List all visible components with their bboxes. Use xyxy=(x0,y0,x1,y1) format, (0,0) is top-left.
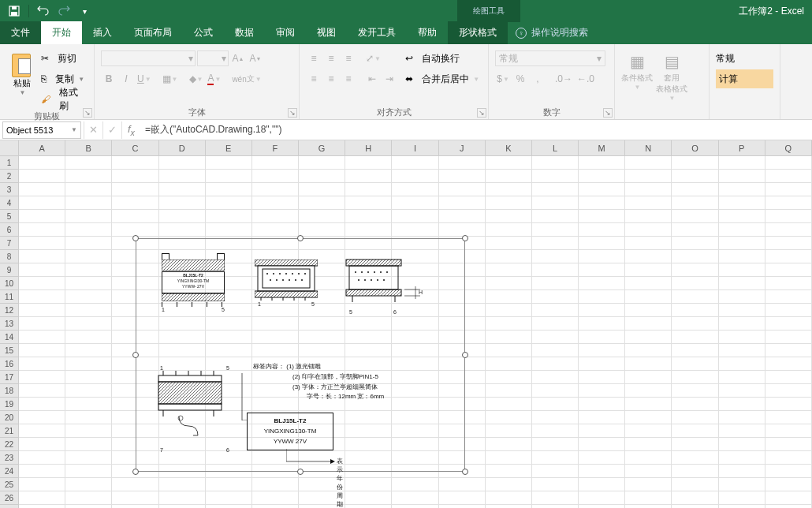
row-header[interactable]: 22 xyxy=(0,438,18,451)
cell[interactable] xyxy=(112,156,158,170)
cell[interactable] xyxy=(532,398,579,411)
cell[interactable] xyxy=(765,424,812,438)
cell[interactable] xyxy=(65,290,112,304)
cell[interactable] xyxy=(579,183,625,196)
cell[interactable] xyxy=(65,250,112,263)
cell[interactable] xyxy=(65,491,112,505)
cell[interactable] xyxy=(486,411,532,424)
tab-help[interactable]: 帮助 xyxy=(407,21,448,44)
cell[interactable] xyxy=(19,491,65,505)
cell[interactable] xyxy=(345,170,392,183)
tab-dev[interactable]: 发开工具 xyxy=(347,21,407,44)
cell[interactable] xyxy=(765,290,812,304)
cell[interactable] xyxy=(719,398,765,411)
cell[interactable] xyxy=(719,357,765,371)
underline-button[interactable]: U▼ xyxy=(136,71,153,87)
cell[interactable] xyxy=(486,398,532,411)
cell[interactable] xyxy=(719,424,765,438)
cell[interactable] xyxy=(65,465,112,478)
qat-customize-icon[interactable]: ▾ xyxy=(76,3,92,19)
cell[interactable] xyxy=(486,277,532,290)
cell[interactable] xyxy=(19,263,65,277)
cell[interactable] xyxy=(765,210,812,223)
row-header[interactable]: 16 xyxy=(0,357,18,371)
embedded-autocad-object[interactable]: BLJ15L-T2 YINGXINGI30-TM YYWW- 27V 15 xyxy=(136,238,465,472)
cell[interactable] xyxy=(719,465,765,478)
cell[interactable] xyxy=(19,398,65,411)
cell[interactable] xyxy=(206,505,252,508)
cell[interactable] xyxy=(532,505,579,508)
cell[interactable] xyxy=(625,465,672,478)
cell[interactable] xyxy=(579,223,625,237)
cell[interactable] xyxy=(206,223,252,237)
cell[interactable] xyxy=(579,331,625,344)
row-header[interactable]: 5 xyxy=(0,210,18,223)
cell[interactable] xyxy=(765,357,812,371)
cell[interactable] xyxy=(579,424,625,438)
cell[interactable] xyxy=(159,478,206,491)
cell[interactable] xyxy=(625,384,672,398)
cell[interactable] xyxy=(19,237,65,250)
cell[interactable] xyxy=(65,424,112,438)
cell[interactable] xyxy=(672,170,718,183)
name-box[interactable]: Object 5513 ▼ xyxy=(2,121,81,139)
cell[interactable] xyxy=(672,156,718,170)
cell[interactable] xyxy=(159,156,206,170)
row-header[interactable]: 24 xyxy=(0,465,18,478)
cell[interactable] xyxy=(625,451,672,465)
row-header[interactable]: 25 xyxy=(0,478,18,491)
row-header[interactable]: 21 xyxy=(0,424,18,438)
cell[interactable] xyxy=(672,451,718,465)
cell[interactable] xyxy=(672,210,718,223)
cell[interactable] xyxy=(439,196,486,210)
cell[interactable] xyxy=(532,304,579,317)
cell[interactable] xyxy=(672,250,718,263)
cell[interactable] xyxy=(65,317,112,331)
cell[interactable] xyxy=(65,451,112,465)
cell[interactable] xyxy=(625,156,672,170)
cell[interactable] xyxy=(112,196,158,210)
row-header[interactable]: 23 xyxy=(0,451,18,465)
cell[interactable] xyxy=(765,411,812,424)
cell[interactable] xyxy=(439,210,486,223)
cell[interactable] xyxy=(345,210,392,223)
tab-file[interactable]: 文件 xyxy=(0,21,41,44)
cell[interactable] xyxy=(719,331,765,344)
cell[interactable] xyxy=(625,424,672,438)
cell[interactable] xyxy=(765,156,812,170)
cell[interactable] xyxy=(65,237,112,250)
cell[interactable] xyxy=(19,411,65,424)
cell[interactable] xyxy=(719,344,765,357)
cell[interactable] xyxy=(579,344,625,357)
worksheet-grid[interactable]: ABCDEFGHIJKLMNOPQ 1234567891011121314151… xyxy=(0,140,812,508)
increase-font-icon[interactable]: A▲ xyxy=(230,50,246,66)
tab-formulas[interactable]: 公式 xyxy=(183,21,224,44)
cell[interactable] xyxy=(532,384,579,398)
cell[interactable] xyxy=(765,223,812,237)
cell[interactable] xyxy=(765,398,812,411)
column-header[interactable]: L xyxy=(532,140,579,155)
cell[interactable] xyxy=(159,491,206,505)
cell[interactable] xyxy=(65,223,112,237)
cell[interactable] xyxy=(579,304,625,317)
clipboard-dialog-launcher[interactable]: ↘ xyxy=(83,108,92,118)
cell[interactable] xyxy=(719,170,765,183)
font-dialog-launcher[interactable]: ↘ xyxy=(288,108,297,118)
number-format-combo[interactable]: 常规▾ xyxy=(495,50,605,66)
cell[interactable] xyxy=(672,357,718,371)
cell[interactable] xyxy=(532,478,579,491)
wrap-text-button[interactable]: ↩ 自动换行 xyxy=(405,49,479,68)
cell[interactable] xyxy=(65,196,112,210)
column-header[interactable]: C xyxy=(112,140,158,155)
cell[interactable] xyxy=(65,438,112,451)
cell[interactable] xyxy=(672,491,718,505)
tab-view[interactable]: 视图 xyxy=(306,21,347,44)
orientation-button[interactable]: ⤢▼ xyxy=(364,50,382,66)
column-header[interactable]: K xyxy=(486,140,532,155)
cell[interactable] xyxy=(532,424,579,438)
cell[interactable] xyxy=(532,237,579,250)
cell[interactable] xyxy=(486,451,532,465)
cell[interactable] xyxy=(765,183,812,196)
cell[interactable] xyxy=(486,478,532,491)
cell[interactable] xyxy=(65,183,112,196)
